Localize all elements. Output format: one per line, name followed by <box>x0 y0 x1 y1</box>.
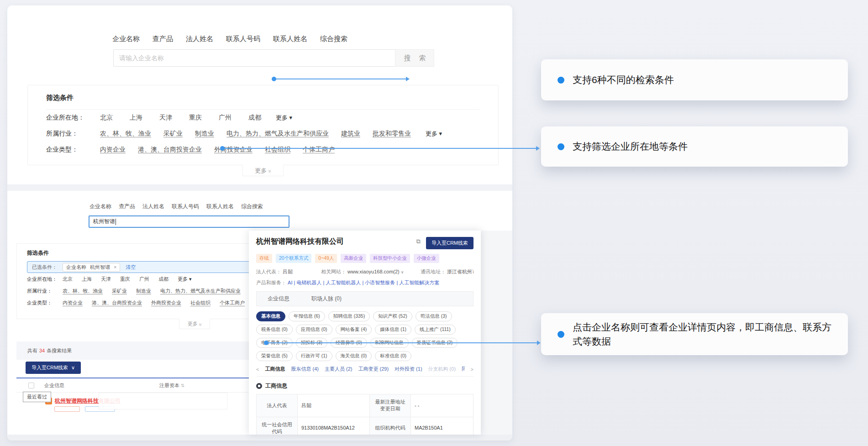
sort-icon[interactable]: ⇅ <box>181 383 184 388</box>
search-button[interactable]: 搜 索 <box>395 49 434 67</box>
mini-filter-option[interactable]: 天津 <box>101 276 111 283</box>
filter-option[interactable]: 制造业 <box>195 130 214 138</box>
filter-option[interactable]: 成都 <box>248 114 261 122</box>
nav-right-icon[interactable]: > <box>471 367 473 372</box>
mini-filter-option[interactable]: 制造业 <box>136 288 151 294</box>
filter-option[interactable]: 批发和零售业 <box>373 130 411 138</box>
expand-window-icon[interactable]: ⧉ <box>416 238 421 245</box>
filter-option[interactable]: 广州 <box>219 114 231 122</box>
mini-filter-option[interactable]: 外商投资企业 <box>151 299 181 306</box>
info-category-pill[interactable]: 年报信息 (6) <box>289 311 325 321</box>
mini-search-tab[interactable]: 联系人号码 <box>172 203 199 210</box>
selected-condition-chip[interactable]: 企业名称 杭州智谱 × <box>63 263 120 272</box>
search-tab[interactable]: 企业名称 <box>112 31 140 47</box>
filter-option[interactable]: 采矿业 <box>163 130 183 138</box>
filter-option[interactable]: 社会组织 <box>265 146 290 154</box>
section-nav-item[interactable]: 对外投资 (1) <box>395 366 422 373</box>
info-category-pill[interactable]: 招聘信息 (335) <box>328 311 370 321</box>
filter-option[interactable]: 上海 <box>130 114 142 122</box>
search-tab[interactable]: 联系人姓名 <box>273 31 307 47</box>
filter-expand-button[interactable]: 更多 » <box>242 165 284 176</box>
filter-row: 企业类型： 内资企业港、澳、台商投资企业外商投资企业社会组织个体工商户 <box>46 142 480 157</box>
mini-filter-option[interactable]: 内资企业 <box>63 299 83 306</box>
section-nav-item[interactable]: 股东信息 (4) <box>291 366 319 373</box>
nav-left-icon[interactable]: < <box>256 367 259 372</box>
info-category-pill[interactable]: 税务信息 (0) <box>256 325 293 335</box>
filter-option[interactable]: 天津 <box>159 114 172 122</box>
mini-search-tab[interactable]: 企业名称 <box>89 203 111 210</box>
mini-filter-option[interactable]: 重庆 <box>120 276 130 283</box>
section-gap <box>7 184 512 191</box>
info-category-pill[interactable]: 线上推广 (111) <box>415 325 456 335</box>
mini-filter-option[interactable]: 个体工商户 <box>220 299 245 306</box>
selected-conditions-bar: 已选条件： 企业名称 杭州智谱 × 清空 <box>27 261 284 273</box>
filter-option[interactable]: 农、林、牧、渔业 <box>100 130 151 138</box>
mini-filter-option[interactable]: 社会组织 <box>190 299 210 306</box>
mini-filter-option[interactable]: 广州 <box>139 276 149 283</box>
filter-option[interactable]: 电力、热力、燃气及水生产和供应业 <box>226 130 329 138</box>
mini-search-tab[interactable]: 联系人姓名 <box>206 203 234 210</box>
mini-filter-option[interactable]: 港、澳、台商投资企业 <box>92 299 142 306</box>
mini-filter-option[interactable]: 农、林、牧、渔业 <box>63 288 103 294</box>
section-nav-item[interactable]: 同法人企业 (6) <box>462 366 465 373</box>
search-tab[interactable]: 综合搜索 <box>320 31 347 47</box>
related-website-value[interactable]: www.xiaoyu168.com(2) <box>347 269 400 274</box>
related-website[interactable]: 相关网站： www.xiaoyu168.com(2) ∨ <box>321 268 421 275</box>
info-category-pill[interactable]: 基本信息 <box>256 311 285 321</box>
info-category-pill[interactable]: 标准信息 (0) <box>375 351 411 361</box>
mini-filter-more-dropdown[interactable]: 更多 ▾ <box>178 276 192 283</box>
panel-import-to-crm-button[interactable]: 导入至CRM线索 <box>426 237 473 249</box>
mini-filter-option[interactable]: 上海 <box>82 276 92 283</box>
company-panel-tab[interactable]: 职场人脉 (0) <box>300 292 352 306</box>
filter-more-dropdown[interactable]: 更多 ▾ <box>426 130 442 138</box>
search-tab[interactable]: 查产品 <box>153 31 173 47</box>
clear-conditions-link[interactable]: 清空 <box>126 264 136 271</box>
mini-filter-option[interactable]: 北京 <box>63 276 73 283</box>
mini-filter-option[interactable]: 成都 <box>158 276 168 283</box>
mini-company-search-input[interactable]: 杭州智谱 <box>89 215 289 228</box>
filter-option[interactable]: 港、澳、台商投资企业 <box>138 146 202 154</box>
info-category-pill[interactable]: 行政许可 (1) <box>296 351 332 361</box>
annotation-arrow-company-detail <box>266 342 537 343</box>
company-search-input[interactable] <box>113 49 395 67</box>
info-category-pill[interactable]: 媒体信息 (1) <box>375 325 411 335</box>
chevron-down-icon[interactable]: ∨ <box>401 270 404 274</box>
filter-row: 所属行业： 农、林、牧、渔业采矿业制造业电力、热力、燃气及水生产和供应业建筑业批… <box>46 126 480 142</box>
info-category-pill[interactable]: 司法信息 (3) <box>416 311 452 321</box>
mini-filter-option[interactable]: 采矿业 <box>112 288 127 294</box>
products-services-value[interactable]: AI | 电销机器人 | 人工智能机器人 | 小语智慧服务 | 人工智能解决方案 <box>288 280 439 285</box>
filter-option[interactable]: 内资企业 <box>100 146 126 154</box>
search-tab[interactable]: 法人姓名 <box>186 31 213 47</box>
table-label-cell: 最新注册地址变更日期 <box>370 394 411 417</box>
mini-search-tab[interactable]: 综合搜索 <box>241 203 263 210</box>
filter-panel-title: 筛选条件 <box>46 94 480 102</box>
filter-option[interactable]: 个体工商户 <box>303 146 335 154</box>
close-icon[interactable]: × <box>114 264 116 270</box>
mini-search-tab[interactable]: 查产品 <box>119 203 135 210</box>
section-nav-item[interactable]: 主要人员 (2) <box>325 366 352 373</box>
filter-option[interactable]: 建筑业 <box>341 130 360 138</box>
select-all-checkbox[interactable] <box>28 383 34 388</box>
info-category-pill[interactable]: 应用信息 (0) <box>296 325 332 335</box>
section-nav-item[interactable]: 工商变更 (29) <box>358 366 389 373</box>
info-category-pill[interactable]: 海关信息 (0) <box>336 351 372 361</box>
annotation-text: 支持6种不同的检索条件 <box>573 73 674 87</box>
filter-more-dropdown[interactable]: 更多 ▾ <box>276 114 292 122</box>
filter-option[interactable]: 外商投资企业 <box>214 146 253 154</box>
section-nav-item[interactable]: 分支机构 (0) <box>428 366 456 373</box>
column-registered-capital[interactable]: 注册资本 ⇅ <box>159 382 184 389</box>
mini-filter-option[interactable]: 电力、热力、燃气及水生产和供应业 <box>160 288 241 294</box>
mini-search-tab[interactable]: 法人姓名 <box>142 203 164 210</box>
info-category-pill[interactable]: 荣誉信息 (5) <box>256 351 293 361</box>
info-category-pill[interactable]: 网站备案 (4) <box>336 325 372 335</box>
info-category-pill[interactable]: 知识产权 (52) <box>373 311 412 321</box>
search-tab[interactable]: 联系人号码 <box>226 31 260 47</box>
filter-option[interactable]: 重庆 <box>189 114 202 122</box>
section-nav: < 工商信息股东信息 (4)主要人员 (2)工商变更 (29)对外投资 (1)分… <box>256 366 473 377</box>
mini-filter-expand-button[interactable]: 更多 » <box>179 319 210 329</box>
filter-option[interactable]: 北京 <box>100 114 113 122</box>
company-panel-tab[interactable]: 企业信息 <box>257 292 300 306</box>
section-nav-item[interactable]: 工商信息 <box>265 366 285 373</box>
import-to-crm-button[interactable]: 导入至CRM线索 ∨ <box>26 362 81 374</box>
double-chevron-down-icon: » <box>267 169 274 172</box>
